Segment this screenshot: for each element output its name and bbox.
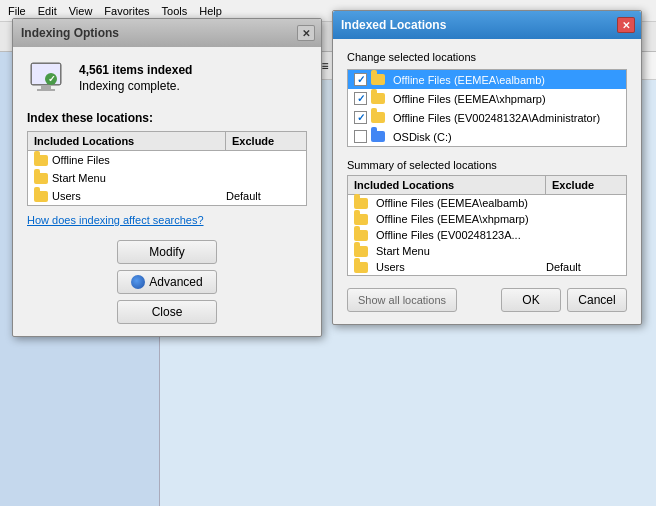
location-checkbox[interactable] bbox=[354, 73, 367, 86]
index-status: 4,561 items indexed Indexing complete. bbox=[79, 63, 192, 93]
cancel-button[interactable]: Cancel bbox=[567, 288, 627, 312]
folder-icon bbox=[371, 74, 385, 85]
menu-favorites[interactable]: Favorites bbox=[104, 5, 149, 17]
location-row[interactable]: OSDisk (C:) bbox=[348, 127, 626, 146]
status-row: ✓ 4,561 items indexed Indexing complete. bbox=[27, 59, 307, 97]
summary-row: Offline Files (EEMEA\xhpmarp) bbox=[348, 211, 626, 227]
menu-tools[interactable]: Tools bbox=[162, 5, 188, 17]
summary-exclude: Default bbox=[540, 261, 620, 273]
menu-file[interactable]: File bbox=[8, 5, 26, 17]
location-name: OSDisk (C:) bbox=[393, 131, 452, 143]
table-row: Users Default bbox=[28, 187, 306, 205]
folder-icon bbox=[354, 262, 368, 273]
bottom-row: Show all locations OK Cancel bbox=[347, 288, 627, 312]
folder-icon bbox=[354, 246, 368, 257]
location-row[interactable]: Offline Files (EEMEA\xhpmarp) bbox=[348, 89, 626, 108]
indexing-status-icon: ✓ bbox=[27, 59, 65, 97]
change-locations-label: Change selected locations bbox=[347, 51, 627, 63]
location-row[interactable]: Offline Files (EEMEA\ealbamb) bbox=[348, 70, 626, 89]
summary-row: Offline Files (EEMEA\ealbamb) bbox=[348, 195, 626, 211]
location-exclude: Default bbox=[220, 190, 300, 202]
indexing-title: Indexing Options bbox=[21, 26, 119, 40]
summary-col-exclude: Exclude bbox=[546, 176, 626, 194]
location-checkbox[interactable] bbox=[354, 92, 367, 105]
titlebar-controls: ✕ bbox=[297, 25, 315, 41]
indexing-titlebar: Indexing Options ✕ bbox=[13, 19, 321, 47]
section-label: Index these locations: bbox=[27, 111, 307, 125]
show-all-button[interactable]: Show all locations bbox=[347, 288, 457, 312]
menu-edit[interactable]: Edit bbox=[38, 5, 57, 17]
summary-name: Offline Files (EEMEA\ealbamb) bbox=[376, 197, 536, 209]
folder-icon bbox=[34, 155, 48, 166]
menu-help[interactable]: Help bbox=[199, 5, 222, 17]
summary-name: Offline Files (EEMEA\xhpmarp) bbox=[376, 213, 536, 225]
modify-button[interactable]: Modify bbox=[117, 240, 217, 264]
indexing-complete-text: Indexing complete. bbox=[79, 79, 192, 93]
ok-cancel-buttons: OK Cancel bbox=[501, 288, 627, 312]
summary-header: Included Locations Exclude bbox=[348, 176, 626, 195]
folder-icon bbox=[354, 230, 368, 241]
summary-row: Start Menu bbox=[348, 243, 626, 259]
summary-label: Summary of selected locations bbox=[347, 159, 627, 171]
indexed-body: Change selected locations Offline Files … bbox=[333, 39, 641, 324]
svg-rect-3 bbox=[37, 89, 55, 91]
location-name: Start Menu bbox=[52, 172, 220, 184]
summary-name: Start Menu bbox=[376, 245, 536, 257]
summary-table-body: Offline Files (EEMEA\ealbamb) Offline Fi… bbox=[348, 195, 626, 275]
location-checkbox[interactable] bbox=[354, 111, 367, 124]
folder-icon bbox=[34, 191, 48, 202]
indexed-titlebar: Indexed Locations ✕ bbox=[333, 11, 641, 39]
advanced-button[interactable]: Advanced bbox=[117, 270, 217, 294]
indexed-title: Indexed Locations bbox=[341, 18, 446, 32]
svg-rect-2 bbox=[41, 85, 51, 89]
folder-icon bbox=[354, 198, 368, 209]
folder-icon bbox=[354, 214, 368, 225]
menu-view[interactable]: View bbox=[69, 5, 93, 17]
ok-button[interactable]: OK bbox=[501, 288, 561, 312]
location-name: Users bbox=[52, 190, 220, 202]
indexing-options-dialog: Indexing Options ✕ ✓ 4,561 items indexed… bbox=[12, 18, 322, 337]
summary-col-included: Included Locations bbox=[348, 176, 546, 194]
close-button-x[interactable]: ✕ bbox=[297, 25, 315, 41]
svg-text:✓: ✓ bbox=[48, 74, 56, 84]
table-row: Offline Files bbox=[28, 151, 306, 169]
close-button-x[interactable]: ✕ bbox=[617, 17, 635, 33]
folder-icon bbox=[371, 131, 385, 142]
location-name: Offline Files bbox=[52, 154, 220, 166]
indexing-help-link[interactable]: How does indexing affect searches? bbox=[27, 214, 307, 226]
folder-icon bbox=[371, 93, 385, 104]
items-indexed-count: 4,561 items indexed bbox=[79, 63, 192, 77]
folder-icon bbox=[371, 112, 385, 123]
indexing-body: ✓ 4,561 items indexed Indexing complete.… bbox=[13, 47, 321, 336]
header-included: Included Locations bbox=[28, 132, 226, 150]
advanced-label: Advanced bbox=[149, 275, 202, 289]
location-row[interactable]: Offline Files (EV00248132A\Administrator… bbox=[348, 108, 626, 127]
folder-icon bbox=[34, 173, 48, 184]
summary-name: Offline Files (EV00248123A... bbox=[376, 229, 536, 241]
location-name: Offline Files (EEMEA\xhpmarp) bbox=[393, 93, 546, 105]
summary-row: Users Default bbox=[348, 259, 626, 275]
locations-panel: Offline Files (EEMEA\ealbamb) Offline Fi… bbox=[347, 69, 627, 147]
close-button[interactable]: Close bbox=[117, 300, 217, 324]
titlebar-controls: ✕ bbox=[617, 17, 635, 33]
table-header: Included Locations Exclude bbox=[28, 132, 306, 151]
table-row: Start Menu bbox=[28, 169, 306, 187]
location-checkbox[interactable] bbox=[354, 130, 367, 143]
indexed-locations-dialog: Indexed Locations ✕ Change selected loca… bbox=[332, 10, 642, 325]
header-exclude: Exclude bbox=[226, 132, 306, 150]
summary-panel: Included Locations Exclude Offline Files… bbox=[347, 175, 627, 276]
summary-row: Offline Files (EV00248123A... bbox=[348, 227, 626, 243]
globe-icon bbox=[131, 275, 145, 289]
location-name: Offline Files (EV00248132A\Administrator… bbox=[393, 112, 600, 124]
locations-table: Included Locations Exclude Offline Files… bbox=[27, 131, 307, 206]
location-name: Offline Files (EEMEA\ealbamb) bbox=[393, 74, 545, 86]
summary-name: Users bbox=[376, 261, 536, 273]
dialog-buttons: Modify Advanced Close bbox=[27, 240, 307, 324]
